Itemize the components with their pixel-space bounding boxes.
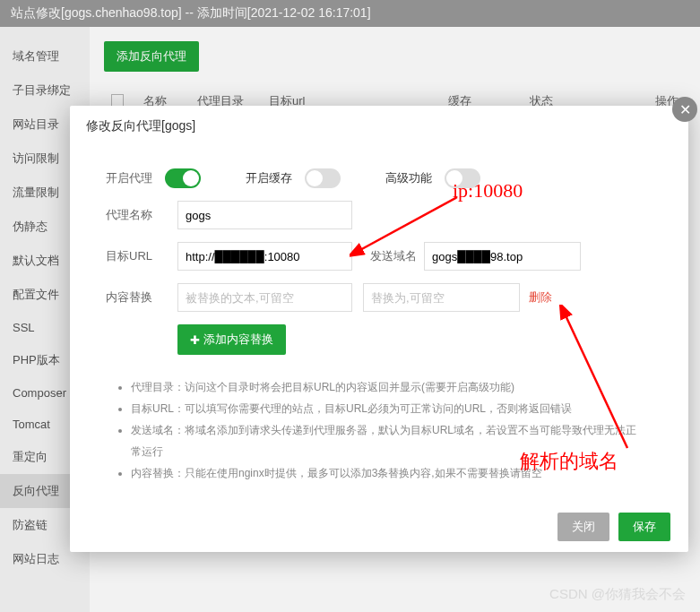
modal-title: 修改反向代理[gogs] bbox=[70, 106, 688, 147]
adv-switch-label: 高级功能 bbox=[385, 170, 432, 186]
proxy-switch[interactable] bbox=[165, 168, 201, 188]
target-label: 目标URL bbox=[106, 248, 177, 264]
adv-switch[interactable] bbox=[445, 168, 480, 188]
add-replace-button[interactable]: ✚ 添加内容替换 bbox=[177, 324, 286, 355]
replace-from-input[interactable] bbox=[177, 283, 352, 312]
save-button[interactable]: 保存 bbox=[618, 513, 670, 541]
replace-to-input[interactable] bbox=[363, 283, 520, 312]
cache-switch-label: 开启缓存 bbox=[246, 170, 292, 186]
plus-icon: ✚ bbox=[190, 333, 200, 347]
proxy-switch-label: 开启代理 bbox=[106, 170, 152, 186]
proxy-name-input[interactable] bbox=[177, 201, 352, 229]
send-domain-input[interactable] bbox=[424, 242, 581, 271]
cache-switch[interactable] bbox=[305, 168, 341, 188]
hint-item: 发送域名：将域名添加到请求头传递到代理服务器，默认为目标URL域名，若设置不当可… bbox=[131, 419, 644, 462]
hint-item: 代理目录：访问这个目录时将会把目标URL的内容返回并显示(需要开启高级功能) bbox=[131, 376, 644, 398]
name-label: 代理名称 bbox=[106, 207, 177, 223]
target-url-input[interactable] bbox=[177, 242, 352, 271]
hint-item: 目标URL：可以填写你需要代理的站点，目标URL必须为可正常访问的URL，否则将… bbox=[131, 398, 644, 419]
hints-list: 代理目录：访问这个目录时将会把目标URL的内容返回并显示(需要开启高级功能)目标… bbox=[106, 376, 652, 484]
replace-label: 内容替换 bbox=[106, 289, 177, 306]
close-icon[interactable]: ✕ bbox=[672, 97, 697, 122]
send-label: 发送域名 bbox=[370, 248, 424, 264]
edit-proxy-modal: ✕ 修改反向代理[gogs] 开启代理 开启缓存 高级功能 代理名称 bbox=[70, 106, 688, 552]
close-button[interactable]: 关闭 bbox=[557, 513, 609, 541]
hint-item: 内容替换：只能在使用nginx时提供，最多可以添加3条替换内容,如果不需要替换请… bbox=[131, 462, 644, 484]
replace-delete-link[interactable]: 删除 bbox=[529, 289, 552, 306]
